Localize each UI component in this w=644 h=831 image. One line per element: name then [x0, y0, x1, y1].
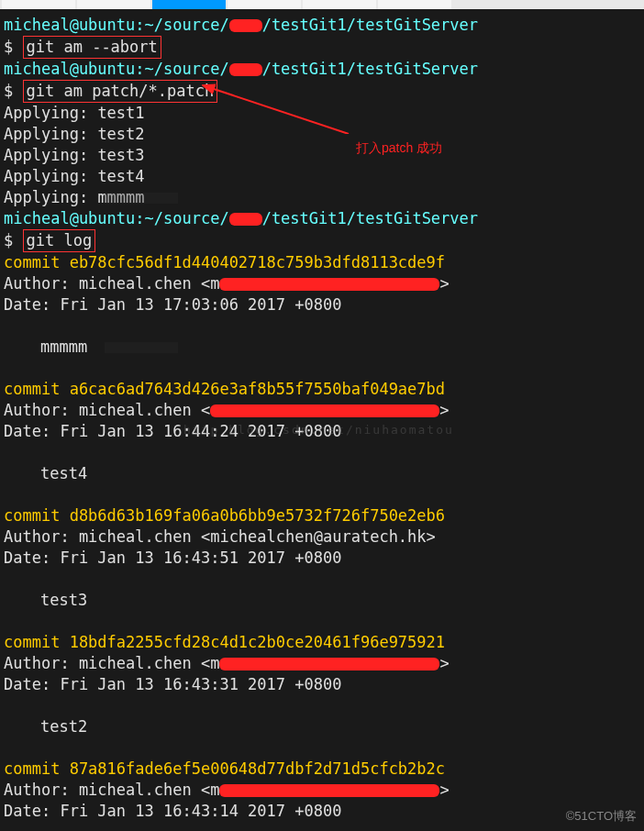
- command-line: $ git am patch/*.patch: [4, 80, 640, 103]
- highlighted-command: git am --abort: [23, 36, 161, 59]
- tab[interactable]: [228, 0, 301, 9]
- output-line: Applying: test1: [4, 103, 640, 124]
- highlighted-command: git am patch/*.patch: [23, 80, 218, 103]
- commit-date: Date: Fri Jan 13 16:43:51 2017 +0800: [4, 548, 640, 569]
- command-line: $ git am --abort: [4, 36, 640, 59]
- redacted-email: [210, 404, 439, 417]
- commit-hash: commit 18bdfa2255cfd28c4d1c2b0ce20461f96…: [4, 632, 640, 653]
- commit-hash: commit d8b6d63b169fa06a0b6bb9e5732f726f7…: [4, 505, 640, 526]
- output-line: Applying: mmmmm: [4, 187, 640, 208]
- commit-author: Author: micheal.chen <>: [4, 400, 640, 421]
- commit-date: Date: Fri Jan 13 16:43:31 2017 +0800: [4, 674, 640, 695]
- watermark-51cto: ©51CTO博客: [566, 805, 637, 826]
- commit-author: Author: micheal.chen <m>: [4, 780, 640, 801]
- tab-bar: [0, 0, 644, 9]
- redacted-email: [219, 278, 439, 291]
- output-line: Applying: test4: [4, 166, 640, 187]
- commit-msg: test4: [4, 463, 640, 484]
- tab[interactable]: [303, 0, 376, 9]
- commit-hash: commit a6cac6ad7643d426e3af8b55f7550baf0…: [4, 379, 640, 400]
- commit-msg: mmmmm: [4, 337, 640, 358]
- terminal-output[interactable]: micheal@ubuntu:~/source//testGit1/testGi…: [0, 9, 644, 827]
- command-line: $ git log: [4, 229, 640, 252]
- commit-date: Date: Fri Jan 13 17:03:06 2017 +0800: [4, 294, 640, 316]
- redacted-path: [229, 63, 262, 76]
- commit-msg: test3: [4, 590, 640, 611]
- commit-author: Author: micheal.chen <m>: [4, 273, 640, 294]
- annotation-label: 打入patch 成功: [356, 138, 442, 159]
- commit-hash: commit 87a816fade6ef5e00648d77dbf2d71d5c…: [4, 759, 640, 780]
- output-line: Applying: test2: [4, 124, 640, 145]
- tab[interactable]: [378, 0, 451, 9]
- prompt-line: micheal@ubuntu:~/source//testGit1/testGi…: [4, 59, 640, 80]
- tab[interactable]: [2, 0, 75, 9]
- redacted-path: [229, 213, 262, 226]
- output-line: Applying: test3: [4, 145, 640, 166]
- tab[interactable]: [77, 0, 150, 9]
- commit-author: Author: micheal.chen <m>: [4, 653, 640, 674]
- redacted-path: [229, 19, 262, 32]
- commit-hash: commit eb78cfc56df1d440402718c759b3dfd81…: [4, 252, 640, 273]
- prompt-line: micheal@ubuntu:~/source//testGit1/testGi…: [4, 15, 640, 36]
- commit-author: Author: micheal.chen <michealchen@aurate…: [4, 526, 640, 548]
- commit-date: Date: Fri Jan 13 16:43:14 2017 +0800: [4, 801, 640, 822]
- redacted-email: [219, 784, 439, 797]
- watermark-csdn: http blog.csdn.net/niuhaomatou: [183, 419, 454, 440]
- commit-msg: test2: [4, 716, 640, 737]
- highlighted-command: git log: [23, 229, 96, 252]
- prompt-line: micheal@ubuntu:~/source//testGit1/testGi…: [4, 208, 640, 229]
- tab-active[interactable]: [152, 0, 226, 9]
- redacted-email: [219, 658, 439, 670]
